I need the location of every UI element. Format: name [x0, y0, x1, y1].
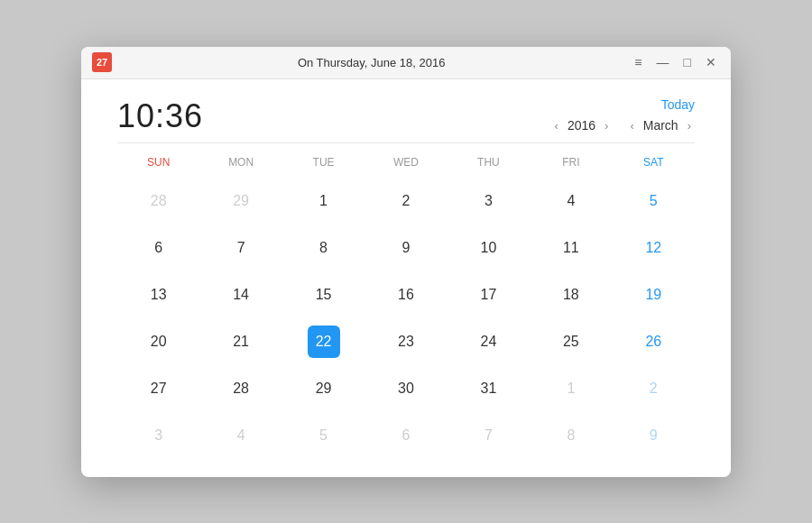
day-cell[interactable]: 27 [117, 365, 199, 412]
day-cell[interactable]: 3 [448, 178, 530, 225]
header-thu: THU [448, 151, 530, 174]
day-cell[interactable]: 4 [199, 412, 281, 459]
day-cell[interactable]: 28 [117, 178, 199, 225]
day-cell[interactable]: 2 [613, 365, 695, 412]
day-number: 16 [390, 279, 422, 311]
day-cell[interactable]: 9 [364, 225, 447, 271]
header-fri: FRI [530, 151, 612, 174]
nav-row: ‹ 2016 › ‹ March › [551, 117, 695, 134]
maximize-icon[interactable]: □ [680, 53, 695, 71]
day-number: 1 [308, 185, 340, 217]
day-number: 22 [308, 326, 340, 358]
day-number: 28 [143, 185, 175, 217]
day-cell[interactable]: 18 [530, 271, 612, 318]
month-nav: ‹ March › [626, 117, 695, 134]
close-icon[interactable]: ✕ [702, 53, 720, 71]
year-prev-arrow[interactable]: ‹ [551, 117, 562, 134]
day-cell[interactable]: 30 [364, 365, 447, 412]
day-cell[interactable]: 17 [448, 271, 530, 318]
day-cell[interactable]: 2 [364, 178, 447, 225]
day-cell[interactable]: 29 [282, 365, 364, 412]
day-cell[interactable]: 23 [364, 318, 447, 365]
day-number: 20 [143, 326, 175, 358]
day-number: 12 [637, 232, 669, 264]
day-cell[interactable]: 10 [448, 225, 530, 271]
day-number: 18 [555, 279, 587, 311]
day-number: 31 [472, 372, 504, 405]
month-prev-arrow[interactable]: ‹ [626, 117, 637, 134]
menu-icon[interactable]: ≡ [631, 53, 645, 71]
day-number: 29 [308, 372, 340, 405]
day-number: 8 [555, 419, 587, 452]
day-cell[interactable]: 4 [530, 178, 612, 225]
day-number: 26 [637, 326, 669, 358]
calendar-grid: SUN MON TUE WED THU FRI SAT 282912345678… [117, 151, 695, 459]
titlebar: 27 On Thursday, June 18, 2016 ≡ — □ ✕ [81, 47, 731, 79]
day-cell[interactable]: 8 [530, 412, 612, 459]
day-cell[interactable]: 13 [117, 271, 199, 318]
day-cell[interactable]: 1 [530, 365, 612, 412]
day-cell[interactable]: 7 [448, 412, 530, 459]
month-next-arrow[interactable]: › [684, 117, 695, 134]
day-number: 23 [390, 326, 422, 358]
day-number: 1 [555, 372, 587, 405]
day-cell[interactable]: 20 [117, 318, 199, 365]
day-cell[interactable]: 5 [282, 412, 364, 459]
right-controls: Today ‹ 2016 › ‹ March › [551, 97, 695, 134]
day-cell[interactable]: 14 [199, 271, 281, 318]
day-number: 14 [225, 279, 257, 311]
day-number: 28 [225, 372, 257, 405]
minimize-icon[interactable]: — [653, 53, 673, 71]
day-number: 2 [390, 185, 422, 217]
header-sat: SAT [613, 151, 695, 174]
window-controls: ≡ — □ ✕ [631, 53, 720, 71]
day-number: 9 [390, 232, 422, 264]
year-next-arrow[interactable]: › [601, 117, 612, 134]
day-number: 6 [390, 419, 422, 452]
day-cell[interactable]: 5 [613, 178, 695, 225]
day-cell[interactable]: 6 [117, 225, 199, 271]
day-cell[interactable]: 24 [448, 318, 530, 365]
year-label: 2016 [567, 118, 595, 133]
day-cell[interactable]: 16 [364, 271, 447, 318]
titlebar-left: 27 [92, 52, 112, 72]
day-cell[interactable]: 28 [199, 365, 281, 412]
top-row: 10:36 Today ‹ 2016 › ‹ March › [117, 97, 695, 135]
day-number: 7 [472, 419, 504, 452]
today-button[interactable]: Today [661, 97, 695, 112]
day-cell[interactable]: 6 [364, 412, 447, 459]
day-cell[interactable]: 15 [282, 271, 364, 318]
app-icon: 27 [92, 52, 112, 72]
day-cell[interactable]: 25 [530, 318, 612, 365]
day-cell[interactable]: 19 [613, 271, 695, 318]
divider [117, 142, 695, 143]
window-title: On Thursday, June 18, 2016 [112, 56, 631, 69]
day-number: 21 [225, 326, 257, 358]
day-cell[interactable]: 29 [199, 178, 281, 225]
day-number: 11 [555, 232, 587, 264]
day-cell[interactable]: 26 [613, 318, 695, 365]
day-number: 2 [637, 372, 669, 405]
day-number: 24 [472, 326, 504, 358]
day-cell[interactable]: 31 [448, 365, 530, 412]
day-cell[interactable]: 9 [613, 412, 695, 459]
day-number: 6 [143, 232, 175, 264]
day-number: 4 [225, 419, 257, 452]
header-wed: WED [364, 151, 447, 174]
day-number: 3 [472, 185, 504, 217]
day-number: 25 [555, 326, 587, 358]
day-number: 19 [637, 279, 669, 311]
day-cell[interactable]: 11 [530, 225, 612, 271]
day-cell[interactable]: 12 [613, 225, 695, 271]
day-cell[interactable]: 7 [199, 225, 281, 271]
header-tue: TUE [282, 151, 364, 174]
time-display: 10:36 [117, 97, 203, 135]
day-cell[interactable]: 21 [199, 318, 281, 365]
day-cell[interactable]: 1 [282, 178, 364, 225]
day-number: 9 [637, 419, 669, 452]
day-cell[interactable]: 8 [282, 225, 364, 271]
day-number: 4 [555, 185, 587, 217]
day-number: 29 [225, 185, 257, 217]
day-cell[interactable]: 22 [282, 318, 364, 365]
day-cell[interactable]: 3 [117, 412, 199, 459]
